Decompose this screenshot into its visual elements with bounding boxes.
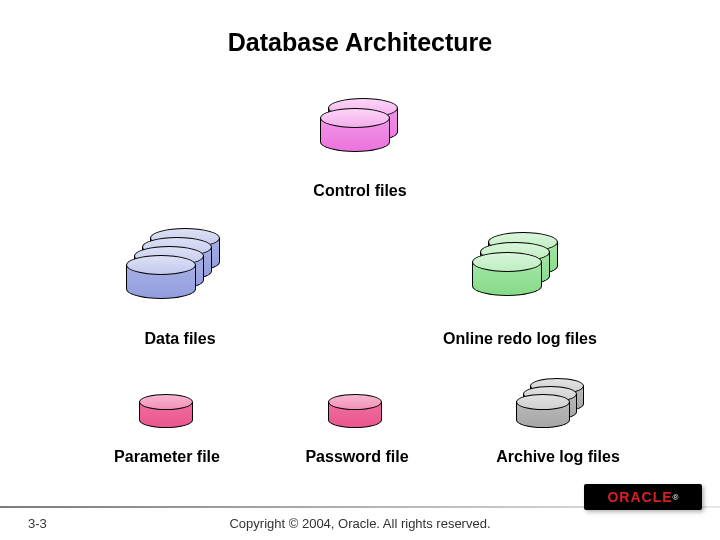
cylinder-icon xyxy=(472,252,542,296)
registered-mark-icon: ® xyxy=(673,493,679,502)
cylinder-icon xyxy=(126,255,196,299)
archive-log-files-label: Archive log files xyxy=(478,448,638,466)
cylinder-icon xyxy=(328,394,382,428)
control-files-label: Control files xyxy=(280,182,440,200)
parameter-file-label: Parameter file xyxy=(92,448,242,466)
copyright-text: Copyright © 2004, Oracle. All rights res… xyxy=(0,516,720,531)
redo-log-files-label: Online redo log files xyxy=(420,330,620,348)
cylinder-icon xyxy=(139,394,193,428)
slide-title: Database Architecture xyxy=(0,28,720,57)
oracle-logo-text: ORACLE xyxy=(607,489,672,505)
data-files-label: Data files xyxy=(110,330,250,348)
cylinder-icon xyxy=(516,394,570,428)
footer: 3-3 Copyright © 2004, Oracle. All rights… xyxy=(0,506,720,540)
oracle-logo: ORACLE® xyxy=(584,484,702,510)
password-file-label: Password file xyxy=(282,448,432,466)
cylinder-icon xyxy=(320,108,390,152)
